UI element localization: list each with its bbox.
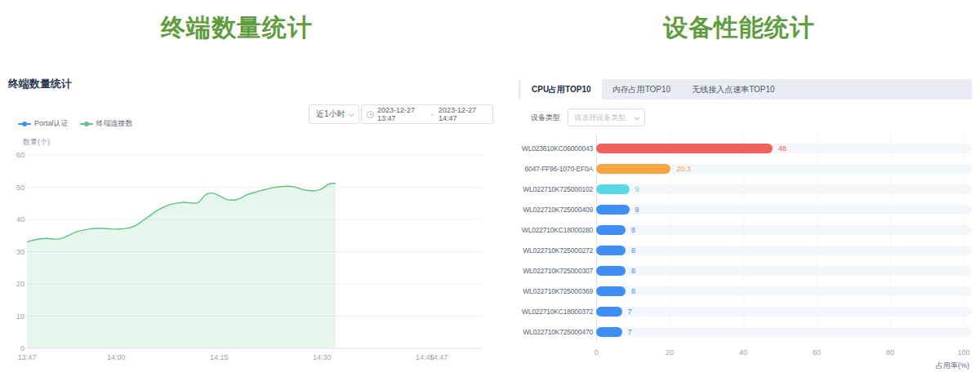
x-tick-label: 100 xyxy=(957,348,969,356)
bar-value-label: 8 xyxy=(631,267,635,275)
device-label: WL022710KC18000372 xyxy=(519,308,593,316)
bar xyxy=(596,266,626,276)
legend-line-dot-icon xyxy=(18,123,31,125)
clock-icon xyxy=(367,111,374,118)
x-tick-label: 14:00 xyxy=(107,353,126,361)
y-tick-label: 10 xyxy=(16,312,24,321)
legend-label: 终端连接数 xyxy=(96,118,133,129)
bar xyxy=(596,184,630,194)
bar-row: WL022710K7250004707 xyxy=(519,321,972,342)
bar xyxy=(596,225,626,235)
date-start[interactable]: 2023-12-27 13:47 xyxy=(377,106,426,122)
bar-track xyxy=(596,307,972,317)
chevron-down-icon xyxy=(349,111,354,117)
device-label: WL022710K725000307 xyxy=(519,267,593,275)
date-range-picker[interactable]: 2023-12-27 13:47 - 2023-12-27 14:47 xyxy=(361,104,493,124)
bar xyxy=(596,286,626,296)
legend-line-dot-icon xyxy=(80,123,93,125)
bar-row: WL022710KC180002808 xyxy=(519,219,972,240)
bar-row: WL022710K7250002728 xyxy=(519,240,972,260)
x-tick-label: 80 xyxy=(886,348,894,356)
tab-bar: CPU占用TOP10 内存占用TOP10 无线接入点速率TOP10 xyxy=(519,79,972,100)
date-end[interactable]: 2023-12-27 14:47 xyxy=(439,106,488,122)
terminal-count-chart: 010203040506013:4714:0014:1514:3014:4514… xyxy=(0,131,490,372)
x-tick-label: 60 xyxy=(813,348,821,356)
chart-legend: Portal认证 终端连接数 xyxy=(18,118,133,129)
bar-track xyxy=(596,327,972,337)
legend-label: Portal认证 xyxy=(34,118,69,129)
device-type-select[interactable]: 请选择设备类型 xyxy=(568,108,645,126)
tab-memory-top10[interactable]: 内存占用TOP10 xyxy=(602,79,682,100)
bar-track xyxy=(596,164,972,174)
legend-item-portal[interactable]: Portal认证 xyxy=(18,118,69,129)
y-tick-label: 0 xyxy=(20,344,24,352)
bar xyxy=(596,327,622,337)
bar-value-label: 20.3 xyxy=(676,165,691,173)
bar-track xyxy=(596,266,972,276)
bar-value-label: 8 xyxy=(631,246,635,255)
bar-row: WL023610KC0600004348 xyxy=(519,138,972,158)
tab-cpu-top10[interactable]: CPU占用TOP10 xyxy=(521,79,602,100)
bar-value-label: 9 xyxy=(635,206,639,214)
y-tick-label: 50 xyxy=(16,184,24,192)
tab-wireless-ap-rate-top10[interactable]: 无线接入点速率TOP10 xyxy=(681,79,786,100)
bar-track xyxy=(596,184,972,194)
bar-track xyxy=(596,205,972,215)
x-tick-label: 14:47 xyxy=(430,353,448,361)
y-tick-label: 30 xyxy=(16,248,24,256)
bar-row: WL022710K7250003698 xyxy=(519,281,972,301)
bar-value-label: 7 xyxy=(628,328,632,336)
device-label: WL023610KC06000043 xyxy=(519,144,593,153)
device-label: WL022710K725000102 xyxy=(519,185,593,193)
bar-plot-rows: WL023610KC06000043486047-FF96-1070-EF0A2… xyxy=(519,138,972,342)
device-label: WL022710KC18000280 xyxy=(519,226,593,234)
bar xyxy=(596,205,630,215)
y-tick-label: 40 xyxy=(16,215,24,224)
bar xyxy=(596,246,626,255)
right-section-header: 设备性能统计 xyxy=(506,11,972,45)
time-range-value: 近1小时 xyxy=(316,108,345,120)
x-tick-label: 13:47 xyxy=(18,353,37,361)
bar-value-label: 7 xyxy=(628,308,632,316)
filter-row: 设备类型 请选择设备类型 xyxy=(519,108,972,126)
x-tick-label: 14:30 xyxy=(313,353,332,361)
date-separator: - xyxy=(430,110,435,118)
bar-row: WL022710KC180003727 xyxy=(519,301,972,321)
area-fill xyxy=(27,184,336,348)
cpu-top10-bar-chart: WL023610KC06000043486047-FF96-1070-EF0A2… xyxy=(519,138,972,342)
bar-value-label: 8 xyxy=(631,226,635,234)
bar-value-label: 8 xyxy=(631,287,635,295)
bar-row: WL022710K7250004099 xyxy=(519,199,972,219)
bar xyxy=(596,144,773,153)
bar-row: WL022710K7250001029 xyxy=(519,179,972,199)
device-label: WL022710K725000470 xyxy=(519,328,593,336)
bar-value-label: 48 xyxy=(778,144,786,153)
device-label: 6047-FF96-1070-EF0A xyxy=(519,165,593,173)
y-tick-label: 20 xyxy=(16,280,24,288)
bar-row: 6047-FF96-1070-EF0A20.3 xyxy=(519,158,972,179)
panel-title: 终端数量统计 xyxy=(8,77,72,91)
left-section-header: 终端数量统计 xyxy=(0,11,474,45)
bar-track xyxy=(596,246,972,255)
bar-x-axis-label: 占用率(%) xyxy=(519,361,972,371)
bar xyxy=(596,164,670,174)
device-type-placeholder: 请选择设备类型 xyxy=(574,113,626,123)
bar-row: WL022710K7250003078 xyxy=(519,260,972,281)
bar xyxy=(596,307,622,317)
device-type-label: 设备类型 xyxy=(531,113,560,123)
bar-track xyxy=(596,225,972,235)
legend-item-terminal-connections[interactable]: 终端连接数 xyxy=(80,118,133,129)
device-label: WL022710K725000272 xyxy=(519,246,593,255)
x-tick-label: 40 xyxy=(739,348,747,356)
device-label: WL022710K725000369 xyxy=(519,287,593,295)
time-range-select[interactable]: 近1小时 xyxy=(309,104,359,124)
bar-value-label: 9 xyxy=(635,185,639,193)
y-tick-label: 60 xyxy=(16,151,24,159)
chevron-down-icon xyxy=(635,114,640,120)
x-tick-label: 0 xyxy=(594,348,598,356)
x-tick-label: 20 xyxy=(666,348,674,356)
device-label: WL022710K725000409 xyxy=(519,206,593,214)
device-performance-card: CPU占用TOP10 内存占用TOP10 无线接入点速率TOP10 设备类型 请… xyxy=(519,79,972,371)
x-tick-label: 14:15 xyxy=(210,353,229,361)
bar-track xyxy=(596,286,972,296)
